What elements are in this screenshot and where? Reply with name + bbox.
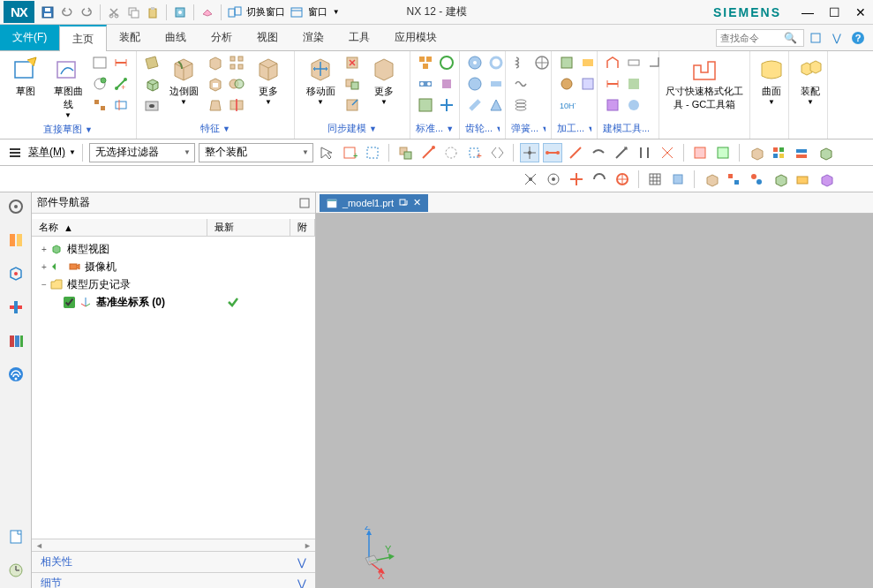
graphics-viewport[interactable]: Z Y X Z Y X [316,214,873,588]
spring6-icon[interactable] [532,95,552,115]
part-nav-icon[interactable] [5,230,26,251]
undo-icon[interactable] [59,4,75,20]
std5-icon[interactable] [437,74,456,94]
r2-t6-icon[interactable] [645,170,665,189]
tab-home[interactable]: 主页 [59,25,107,51]
extrude-icon[interactable] [142,74,162,94]
r2-t13-icon[interactable] [816,170,835,189]
sketch-button[interactable]: 草图 [5,53,46,100]
mt6-icon[interactable] [624,95,643,115]
sel-t7-icon[interactable]: + [464,143,484,162]
maximize-button[interactable]: ☐ [825,4,843,21]
r2-t5-icon[interactable] [613,170,632,189]
gear1-icon[interactable] [465,53,485,72]
assy-nav-icon[interactable] [5,263,26,284]
doc-tab-ext-icon[interactable] [399,199,408,207]
tab-app[interactable]: 应用模块 [382,25,449,50]
fullscreen-icon[interactable] [808,30,824,46]
tree-row-model-view[interactable]: + 模型视图 [32,240,315,258]
tree-row-camera[interactable]: + 摄像机 [32,258,315,275]
gear6-icon[interactable] [486,95,506,115]
sel-t21-icon[interactable] [815,143,834,162]
tab-file[interactable]: 文件(F) [0,25,59,50]
gear2-icon[interactable] [465,74,485,94]
settings-icon[interactable] [5,196,26,217]
group-machining[interactable]: 加工... ▼ [557,120,591,137]
chamfer-icon[interactable] [206,53,225,72]
spring3-icon[interactable] [511,95,531,115]
line-tool-icon[interactable] [90,53,109,72]
col-latest[interactable]: 最新 [207,219,290,236]
doc-tab-model1[interactable]: _model1.prt ✕ [320,194,428,212]
sel-t8-icon[interactable] [487,143,507,162]
minimize-button[interactable]: — [799,4,817,21]
switch-window-icon[interactable] [227,4,243,20]
sel-t6-icon[interactable] [441,143,461,162]
tab-analysis[interactable]: 分析 [199,25,245,50]
more-feature-button[interactable]: 更多▼ [248,53,289,108]
sketch-curve-button[interactable]: 草图曲线▼ [48,53,88,121]
sel-t15-icon[interactable] [658,143,677,162]
tab-tool[interactable]: 工具 [336,25,382,50]
menu-icon[interactable] [5,143,25,162]
sel-t5-icon[interactable] [418,143,438,162]
sel-t4-icon[interactable] [395,143,415,162]
tab-view[interactable]: 视图 [245,25,290,50]
wifi-icon[interactable] [5,364,26,385]
tab-render[interactable]: 渲染 [290,25,336,50]
spring2-icon[interactable] [511,74,531,94]
mach3-icon[interactable]: 10H7 [557,95,576,115]
sel-t14-icon[interactable] [635,143,654,162]
group-standard[interactable]: 标准... ▼ [416,120,454,137]
std2-icon[interactable] [416,74,435,94]
r2-t3-icon[interactable] [567,170,586,189]
r2-t12-icon[interactable] [793,170,812,189]
tab-curve[interactable]: 曲线 [153,25,199,50]
section-related[interactable]: 相关性⋁ [32,551,315,572]
shell-icon[interactable] [206,74,225,94]
r2-t8-icon[interactable] [701,170,720,189]
filter-2-dropdown[interactable]: 整个装配 [199,143,313,162]
draft-icon[interactable] [206,95,225,115]
sel-t11-icon[interactable] [566,143,585,162]
point-tool-icon[interactable] [90,95,109,115]
cut-icon[interactable] [106,4,122,20]
delete-face-icon[interactable] [342,53,362,72]
close-button[interactable]: ✕ [852,4,869,21]
gear3-icon[interactable] [465,95,485,115]
nav-pin-icon[interactable] [299,198,310,208]
mach6-icon[interactable] [578,95,598,115]
pattern-icon[interactable] [227,53,246,72]
group-gear[interactable]: 齿轮... ▼ [465,120,500,137]
constraint-tool-icon[interactable]: + [111,74,131,94]
datum-plane-icon[interactable] [142,53,162,72]
history-icon[interactable] [5,560,26,581]
tree-row-datum-csys[interactable]: 基准坐标系 (0) [32,293,315,311]
std1-icon[interactable] [416,53,435,72]
nav-tree[interactable]: + 模型视图 + 摄像机 − 模型历史记录 基准坐标系 (0) [32,237,315,539]
spring1-icon[interactable] [511,53,531,72]
touch-icon[interactable] [172,4,188,20]
help-icon[interactable]: ? [850,30,866,46]
paste-icon[interactable] [145,4,161,20]
col-attach[interactable]: 附 [290,219,315,236]
reuse-lib-icon[interactable] [5,330,26,351]
hole-icon[interactable] [142,95,162,115]
more-sync-button[interactable]: 更多▼ [364,53,404,108]
r2-t11-icon[interactable] [770,170,789,189]
group-sync[interactable]: 同步建模 ▼ [300,120,404,137]
edge-blend-button[interactable]: 边倒圆▼ [163,53,204,108]
section-detail[interactable]: 细节⋁ [32,572,315,588]
copy-icon[interactable] [125,4,141,20]
group-direct-sketch[interactable]: 直接草图 ▼ [5,121,131,137]
gear5-icon[interactable] [486,74,506,94]
assembly-button[interactable]: 装配▼ [794,53,826,108]
group-spring[interactable]: 弹簧... ▼ [511,120,546,137]
mach2-icon[interactable] [557,74,576,94]
r2-t4-icon[interactable] [590,170,609,189]
mt3-icon[interactable] [603,95,622,115]
mt2-icon[interactable] [603,74,622,94]
sel-t2-icon[interactable]: + [340,143,359,162]
eraser-icon[interactable] [199,4,215,20]
sel-t16-icon[interactable] [690,143,710,162]
